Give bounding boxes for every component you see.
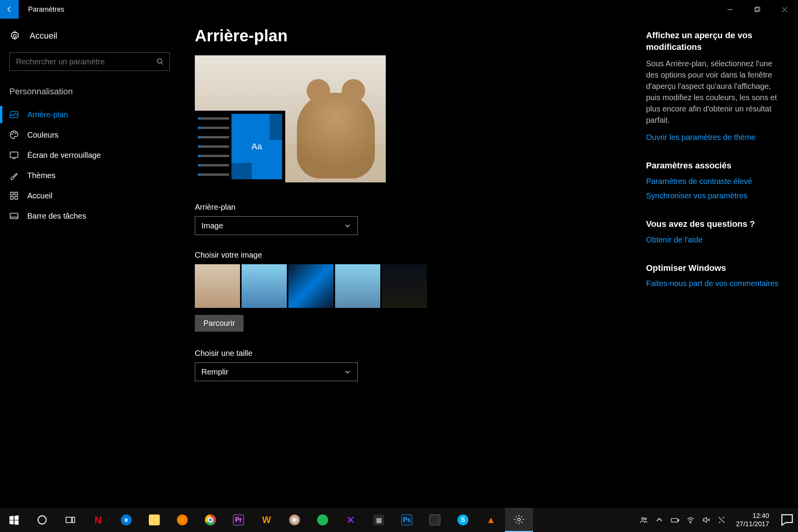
svg-rect-12 xyxy=(10,152,18,157)
sidebar-item-label: Couleurs xyxy=(27,131,58,140)
monitor-icon xyxy=(9,150,19,160)
search-input[interactable] xyxy=(16,57,151,66)
brush-icon xyxy=(9,171,19,180)
app-wamp[interactable]: W xyxy=(252,508,281,532)
choose-fit-label: Choisir une taille xyxy=(195,349,475,358)
sidebar: Accueil Personnalisation Arrière-plan Co… xyxy=(0,19,179,508)
aside-preview-heading: Affichez un aperçu de vos modifications xyxy=(646,30,782,53)
aside-optimize-heading: Optimiser Windows xyxy=(646,262,782,274)
close-button[interactable] xyxy=(771,0,798,19)
svg-point-6 xyxy=(157,59,162,64)
background-dropdown[interactable]: Image xyxy=(195,216,358,235)
cortana-button[interactable] xyxy=(28,508,56,532)
search-icon xyxy=(156,58,164,65)
app-misc3[interactable]: ▲ xyxy=(477,508,505,532)
app-skype[interactable]: S xyxy=(449,508,477,532)
svg-point-23 xyxy=(518,518,521,521)
browse-button[interactable]: Parcourir xyxy=(195,315,244,332)
maximize-button[interactable] xyxy=(743,0,771,19)
thumbnail-1[interactable] xyxy=(195,264,240,308)
app-netflix[interactable]: N xyxy=(84,508,112,532)
snip-icon xyxy=(717,516,726,524)
app-spotify[interactable] xyxy=(309,508,337,532)
premiere-icon: Pr xyxy=(233,514,244,525)
grid-icon xyxy=(9,191,19,200)
sidebar-item-start[interactable]: Accueil xyxy=(9,186,170,206)
svg-rect-17 xyxy=(15,196,18,199)
wamp-icon: W xyxy=(261,514,272,525)
app-edge[interactable]: e xyxy=(112,508,140,532)
high-contrast-link[interactable]: Paramètres de contraste élevé xyxy=(646,177,782,186)
app-photoshop[interactable]: Ps xyxy=(393,508,421,532)
svg-rect-15 xyxy=(15,192,18,195)
app-misc2[interactable] xyxy=(421,508,449,532)
sidebar-item-lockscreen[interactable]: Écran de verrouillage xyxy=(9,145,170,165)
minimize-button[interactable] xyxy=(716,0,743,19)
thumbnail-4[interactable] xyxy=(335,264,380,308)
thumbnail-2[interactable] xyxy=(242,264,287,308)
spotify-icon xyxy=(317,514,328,525)
fit-dropdown[interactable]: Remplir xyxy=(195,362,358,381)
volume-mute-icon xyxy=(702,516,710,524)
minimize-icon xyxy=(727,7,733,12)
app-firefox[interactable] xyxy=(168,508,196,532)
background-label: Arrière-plan xyxy=(195,203,475,212)
action-center-button[interactable] xyxy=(779,512,795,528)
search-box[interactable] xyxy=(9,52,170,71)
svg-point-25 xyxy=(644,518,646,520)
close-icon xyxy=(782,7,787,12)
image-thumbnails xyxy=(195,264,475,308)
skype-icon: S xyxy=(457,514,468,525)
svg-point-10 xyxy=(13,132,14,133)
theme-settings-link[interactable]: Ouvrir les paramètres de thème xyxy=(646,133,782,142)
thumbnail-5[interactable] xyxy=(382,264,427,308)
thumbnail-3[interactable] xyxy=(288,264,334,308)
app-icon xyxy=(429,514,440,525)
sidebar-item-label: Arrière-plan xyxy=(27,110,68,119)
edge-icon: e xyxy=(121,514,132,525)
palette-icon xyxy=(9,130,19,140)
paint-icon xyxy=(289,514,300,525)
back-button[interactable] xyxy=(0,0,19,19)
sidebar-item-taskbar[interactable]: Barre des tâches xyxy=(9,206,170,226)
sync-settings-link[interactable]: Synchroniser vos paramètres xyxy=(646,191,782,200)
page-title: Arrière-plan xyxy=(195,27,475,45)
app-settings[interactable] xyxy=(505,508,533,532)
svg-point-9 xyxy=(12,134,12,134)
preview-start-menu: Aa xyxy=(195,111,285,182)
start-button[interactable] xyxy=(0,508,28,532)
chevron-up-icon xyxy=(655,516,664,524)
preview-image xyxy=(297,93,375,179)
chevron-down-icon xyxy=(344,368,351,375)
folder-icon xyxy=(149,514,160,525)
sidebar-item-colors[interactable]: Couleurs xyxy=(9,125,170,145)
sidebar-item-background[interactable]: Arrière-plan xyxy=(9,104,170,125)
netflix-icon: N xyxy=(93,514,104,525)
svg-rect-22 xyxy=(72,517,75,523)
feedback-link[interactable]: Faites-nous part de vos commentaires xyxy=(646,279,782,288)
arrow-left-icon xyxy=(5,5,13,13)
app-paint[interactable] xyxy=(281,508,309,532)
task-view-button[interactable] xyxy=(56,508,84,532)
app-misc1[interactable]: ✕ xyxy=(337,508,365,532)
system-tray[interactable] xyxy=(639,516,726,524)
app-video[interactable]: ▦ xyxy=(365,508,393,532)
clock[interactable]: 12:40 27/11/2017 xyxy=(732,512,773,528)
choose-image-label: Choisir votre image xyxy=(195,251,475,260)
app-premiere[interactable]: Pr xyxy=(224,508,252,532)
app-chrome[interactable] xyxy=(196,508,224,532)
sidebar-item-label: Thèmes xyxy=(27,171,55,180)
battery-icon xyxy=(671,516,679,524)
get-help-link[interactable]: Obtenir de l'aide xyxy=(646,235,782,244)
aside-preview-body: Sous Arrière-plan, sélectionnez l'une de… xyxy=(646,58,782,126)
sidebar-item-label: Écran de verrouillage xyxy=(27,151,101,160)
svg-rect-16 xyxy=(11,196,13,199)
aside-related-heading: Paramètres associés xyxy=(646,160,782,171)
svg-point-11 xyxy=(15,133,16,134)
app-explorer[interactable] xyxy=(140,508,168,532)
wifi-icon xyxy=(686,516,695,524)
preview-sample-text: Aa xyxy=(252,141,262,152)
home-button[interactable]: Accueil xyxy=(9,30,170,41)
sidebar-item-themes[interactable]: Thèmes xyxy=(9,165,170,186)
clock-time: 12:40 xyxy=(736,512,769,520)
